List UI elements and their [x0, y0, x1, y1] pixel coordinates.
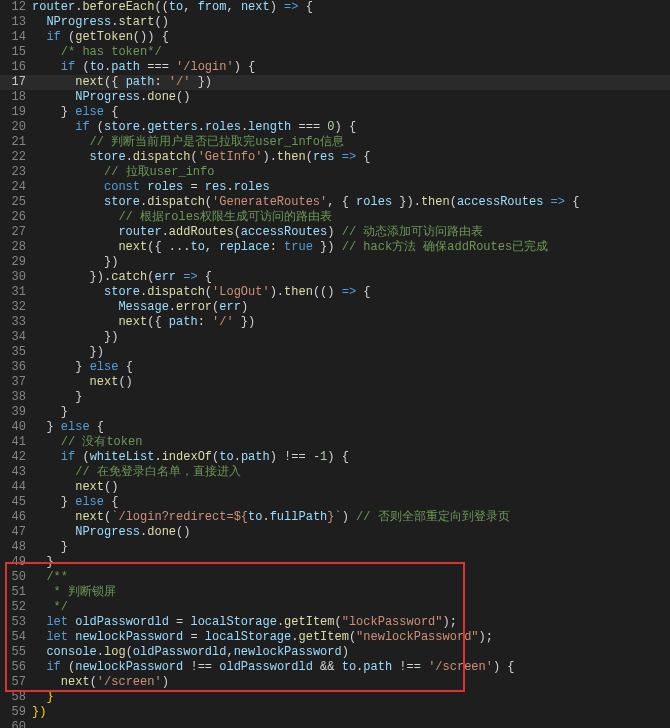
code-line[interactable]: 54 let newlockPassword = localStorage.ge… — [0, 630, 670, 645]
line-code[interactable]: }) — [32, 330, 670, 345]
line-code[interactable]: if (to.path === '/login') { — [32, 60, 670, 75]
code-line[interactable]: 46 next(`/login?redirect=${to.fullPath}`… — [0, 510, 670, 525]
code-line[interactable]: 56 if (newlockPassword !== oldPasswordld… — [0, 660, 670, 675]
line-code[interactable]: } — [32, 690, 670, 705]
code-line[interactable]: 15 /* has token*/ — [0, 45, 670, 60]
line-code[interactable]: // 判断当前用户是否已拉取完user_info信息 — [32, 135, 670, 150]
code-line[interactable]: 21 // 判断当前用户是否已拉取完user_info信息 — [0, 135, 670, 150]
code-editor[interactable]: 12router.beforeEach((to, from, next) => … — [0, 0, 670, 728]
code-line[interactable]: 19 } else { — [0, 105, 670, 120]
line-code[interactable]: /* has token*/ — [32, 45, 670, 60]
line-code[interactable]: let newlockPassword = localStorage.getIt… — [32, 630, 670, 645]
line-code[interactable]: next(`/login?redirect=${to.fullPath}`) /… — [32, 510, 670, 525]
line-code[interactable]: next({ path: '/' }) — [32, 315, 670, 330]
code-line[interactable]: 60 — [0, 720, 670, 728]
code-line[interactable]: 13 NProgress.start() — [0, 15, 670, 30]
line-code[interactable]: } else { — [32, 420, 670, 435]
code-line[interactable]: 38 } — [0, 390, 670, 405]
line-code[interactable]: next({ path: '/' }) — [32, 75, 670, 90]
line-code[interactable]: // 拉取user_info — [32, 165, 670, 180]
line-code[interactable]: // 根据roles权限生成可访问的路由表 — [32, 210, 670, 225]
code-line[interactable]: 53 let oldPasswordld = localStorage.getI… — [0, 615, 670, 630]
line-code[interactable]: } else { — [32, 105, 670, 120]
code-line[interactable]: 18 NProgress.done() — [0, 90, 670, 105]
line-code[interactable]: if (getToken()) { — [32, 30, 670, 45]
line-code[interactable]: /** — [32, 570, 670, 585]
line-code[interactable]: let oldPasswordld = localStorage.getItem… — [32, 615, 670, 630]
code-line[interactable]: 26 // 根据roles权限生成可访问的路由表 — [0, 210, 670, 225]
line-code[interactable]: if (newlockPassword !== oldPasswordld &&… — [32, 660, 670, 675]
line-code[interactable]: NProgress.done() — [32, 525, 670, 540]
code-line[interactable]: 28 next({ ...to, replace: true }) // hac… — [0, 240, 670, 255]
line-code[interactable]: console.log(oldPasswordld,newlockPasswor… — [32, 645, 670, 660]
line-code[interactable]: NProgress.done() — [32, 90, 670, 105]
line-code[interactable]: next({ ...to, replace: true }) // hack方法… — [32, 240, 670, 255]
line-code[interactable]: */ — [32, 600, 670, 615]
line-code[interactable]: // 没有token — [32, 435, 670, 450]
code-line[interactable]: 37 next() — [0, 375, 670, 390]
code-line[interactable]: 34 }) — [0, 330, 670, 345]
code-line[interactable]: 12router.beforeEach((to, from, next) => … — [0, 0, 670, 15]
code-line[interactable]: 23 // 拉取user_info — [0, 165, 670, 180]
code-line[interactable]: 17 next({ path: '/' }) — [0, 75, 670, 90]
line-code[interactable]: Message.error(err) — [32, 300, 670, 315]
code-line[interactable]: 48 } — [0, 540, 670, 555]
line-code[interactable]: store.dispatch('LogOut').then(() => { — [32, 285, 670, 300]
code-lines[interactable]: 12router.beforeEach((to, from, next) => … — [0, 0, 670, 728]
code-line[interactable]: 59}) — [0, 705, 670, 720]
code-line[interactable]: 36 } else { — [0, 360, 670, 375]
code-line[interactable]: 24 const roles = res.roles — [0, 180, 670, 195]
line-code[interactable]: next('/screen') — [32, 675, 670, 690]
line-code[interactable]: }) — [32, 255, 670, 270]
code-line[interactable]: 33 next({ path: '/' }) — [0, 315, 670, 330]
code-line[interactable]: 25 store.dispatch('GenerateRoutes', { ro… — [0, 195, 670, 210]
code-line[interactable]: 51 * 判断锁屏 — [0, 585, 670, 600]
code-line[interactable]: 47 NProgress.done() — [0, 525, 670, 540]
line-code[interactable]: router.addRoutes(accessRoutes) // 动态添加可访… — [32, 225, 670, 240]
line-code[interactable]: next() — [32, 375, 670, 390]
line-code[interactable]: if (store.getters.roles.length === 0) { — [32, 120, 670, 135]
line-code[interactable]: store.dispatch('GetInfo').then(res => { — [32, 150, 670, 165]
line-code[interactable]: }) — [32, 345, 670, 360]
line-code[interactable]: } else { — [32, 360, 670, 375]
code-line[interactable]: 39 } — [0, 405, 670, 420]
line-code[interactable]: } — [32, 540, 670, 555]
code-line[interactable]: 43 // 在免登录白名单，直接进入 — [0, 465, 670, 480]
line-code[interactable]: // 在免登录白名单，直接进入 — [32, 465, 670, 480]
code-line[interactable]: 14 if (getToken()) { — [0, 30, 670, 45]
code-line[interactable]: 20 if (store.getters.roles.length === 0)… — [0, 120, 670, 135]
code-line[interactable]: 42 if (whiteList.indexOf(to.path) !== -1… — [0, 450, 670, 465]
code-line[interactable]: 52 */ — [0, 600, 670, 615]
line-code[interactable]: } — [32, 405, 670, 420]
code-line[interactable]: 27 router.addRoutes(accessRoutes) // 动态添… — [0, 225, 670, 240]
line-code[interactable]: } else { — [32, 495, 670, 510]
line-code[interactable] — [32, 720, 670, 728]
line-code[interactable]: router.beforeEach((to, from, next) => { — [32, 0, 670, 15]
code-line[interactable]: 22 store.dispatch('GetInfo').then(res =>… — [0, 150, 670, 165]
code-line[interactable]: 58 } — [0, 690, 670, 705]
code-line[interactable]: 30 }).catch(err => { — [0, 270, 670, 285]
line-code[interactable]: }) — [32, 705, 670, 720]
code-line[interactable]: 31 store.dispatch('LogOut').then(() => { — [0, 285, 670, 300]
line-code[interactable]: * 判断锁屏 — [32, 585, 670, 600]
code-line[interactable]: 49 } — [0, 555, 670, 570]
code-line[interactable]: 55 console.log(oldPasswordld,newlockPass… — [0, 645, 670, 660]
line-code[interactable]: store.dispatch('GenerateRoutes', { roles… — [32, 195, 670, 210]
line-code[interactable]: const roles = res.roles — [32, 180, 670, 195]
code-line[interactable]: 45 } else { — [0, 495, 670, 510]
line-code[interactable]: } — [32, 390, 670, 405]
line-code[interactable]: NProgress.start() — [32, 15, 670, 30]
code-line[interactable]: 29 }) — [0, 255, 670, 270]
code-line[interactable]: 50 /** — [0, 570, 670, 585]
line-code[interactable]: }).catch(err => { — [32, 270, 670, 285]
code-line[interactable]: 57 next('/screen') — [0, 675, 670, 690]
code-line[interactable]: 40 } else { — [0, 420, 670, 435]
code-line[interactable]: 16 if (to.path === '/login') { — [0, 60, 670, 75]
code-line[interactable]: 44 next() — [0, 480, 670, 495]
line-code[interactable]: next() — [32, 480, 670, 495]
code-line[interactable]: 41 // 没有token — [0, 435, 670, 450]
line-code[interactable]: } — [32, 555, 670, 570]
code-line[interactable]: 35 }) — [0, 345, 670, 360]
line-code[interactable]: if (whiteList.indexOf(to.path) !== -1) { — [32, 450, 670, 465]
code-line[interactable]: 32 Message.error(err) — [0, 300, 670, 315]
